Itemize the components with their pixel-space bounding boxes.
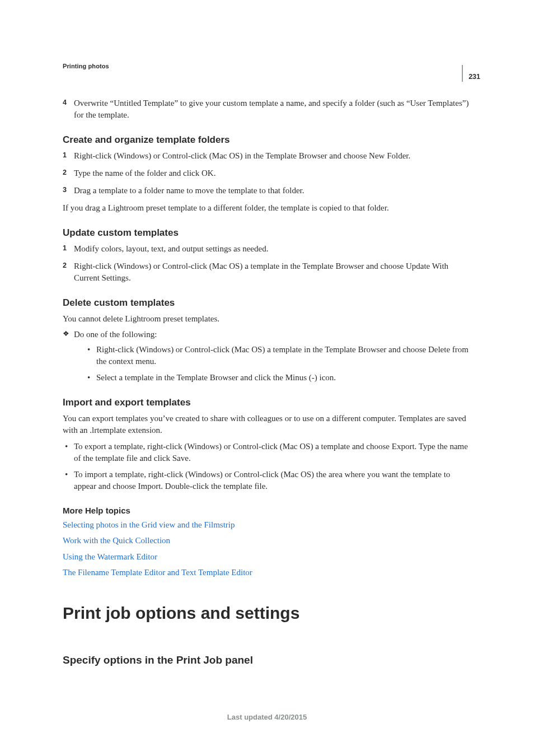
link-selecting-photos[interactable]: Selecting photos in the Grid view and th… [63, 519, 471, 531]
bullet-item: To import a template, right-click (Windo… [63, 469, 471, 492]
step-number: 1 [63, 151, 67, 161]
bullet-item: To export a template, right-click (Windo… [63, 441, 471, 464]
step-text: Modify colors, layout, text, and output … [74, 244, 268, 253]
bullet-item: Right-click (Windows) or Control-click (… [74, 344, 471, 367]
step-1: 1 Modify colors, layout, text, and outpu… [63, 243, 471, 255]
page: 231 Printing photos 4 Overwrite “Untitle… [0, 0, 534, 756]
link-quick-collection[interactable]: Work with the Quick Collection [63, 534, 471, 547]
steps-continued: 4 Overwrite “Untitled Template” to give … [63, 97, 471, 121]
diamond-text: Do one of the following: [74, 330, 157, 339]
bullets-import-export: To export a template, right-click (Windo… [63, 441, 471, 492]
step-2: 2 Type the name of the folder and click … [63, 167, 471, 179]
step-text: Right-click (Windows) or Control-click (… [74, 262, 448, 282]
step-text: Type the name of the folder and click OK… [74, 169, 216, 178]
sub-bullets-delete: Right-click (Windows) or Control-click (… [74, 344, 471, 384]
step-text: Overwrite “Untitled Template” to give yo… [74, 99, 469, 119]
step-2: 2 Right-click (Windows) or Control-click… [63, 260, 471, 284]
paragraph-delete-intro: You cannot delete Lightroom preset templ… [63, 313, 471, 325]
step-text: Drag a template to a folder name to move… [74, 186, 305, 195]
heading-import-export: Import and export templates [63, 397, 471, 408]
heading-update: Update custom templates [63, 227, 471, 239]
paragraph-import-export-intro: You can export templates you’ve created … [63, 413, 471, 436]
step-text: Right-click (Windows) or Control-click (… [74, 151, 410, 160]
subsection-title: Specify options in the Print Job panel [63, 654, 471, 666]
page-number: 231 [469, 73, 480, 82]
running-head: Printing photos [63, 63, 471, 69]
step-4: 4 Overwrite “Untitled Template” to give … [63, 97, 471, 121]
diamond-list-delete: Do one of the following: Right-click (Wi… [63, 329, 471, 384]
heading-more-help: More Help topics [63, 506, 471, 515]
link-filename-template-editor[interactable]: The Filename Template Editor and Text Te… [63, 566, 471, 579]
bullet-item: Select a template in the Template Browse… [74, 372, 471, 384]
steps-update: 1 Modify colors, layout, text, and outpu… [63, 243, 471, 284]
step-1: 1 Right-click (Windows) or Control-click… [63, 150, 471, 162]
heading-delete: Delete custom templates [63, 297, 471, 309]
steps-create-organize: 1 Right-click (Windows) or Control-click… [63, 150, 471, 197]
heading-create-organize: Create and organize template folders [63, 134, 471, 146]
link-watermark-editor[interactable]: Using the Watermark Editor [63, 550, 471, 563]
step-number: 2 [63, 261, 67, 271]
chapter-title: Print job options and settings [63, 604, 471, 623]
paragraph-create-organize-trailing: If you drag a Lightroom preset template … [63, 202, 471, 214]
step-number: 4 [63, 98, 67, 108]
footer-last-updated: Last updated 4/20/2015 [0, 713, 534, 721]
page-number-wrap: 231 [462, 65, 480, 82]
step-number: 3 [63, 185, 67, 195]
step-3: 3 Drag a template to a folder name to mo… [63, 185, 471, 197]
diamond-item: Do one of the following: Right-click (Wi… [63, 329, 471, 384]
step-number: 1 [63, 244, 67, 254]
step-number: 2 [63, 168, 67, 178]
